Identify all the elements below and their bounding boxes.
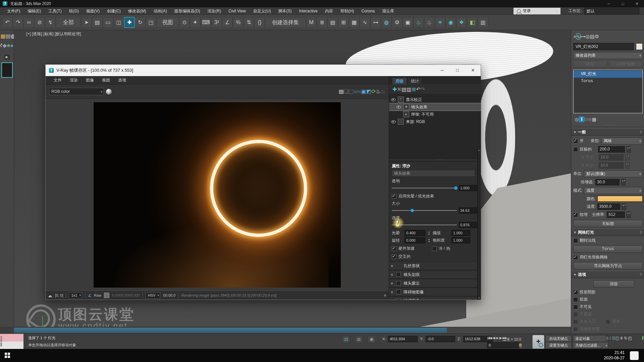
vfb-menu-item[interactable]: 文件 <box>50 78 66 82</box>
select-and-link-icon[interactable]: ∞ <box>23 17 34 28</box>
zoom-icon[interactable]: ○ <box>606 336 609 341</box>
menu-item[interactable]: 工具(T) <box>45 9 65 13</box>
vfb-menu-item[interactable]: 渲染 <box>66 78 82 82</box>
vfb-menu-item[interactable]: 视图 <box>98 78 114 82</box>
extra-tool-icon[interactable]: ▥ <box>478 17 488 28</box>
spinner-icon[interactable]: ▲▼ <box>427 238 431 243</box>
reference-coordinate-dropdown[interactable]: 视图 <box>156 17 179 28</box>
refresh-icon[interactable]: ⟳ <box>371 88 376 94</box>
type-dropdown[interactable]: 网格 <box>601 137 643 144</box>
align-icon[interactable]: ≣ <box>317 17 327 28</box>
interactive-checkbox[interactable] <box>392 254 396 259</box>
track-mouse-while-rendering-icon[interactable]: ◩ <box>366 88 371 94</box>
extrude-button[interactable]: 挤出 <box>573 61 607 68</box>
layer-lens-effects[interactable]: ✛ 镜头效果 <box>389 103 481 111</box>
rendered-frame-window-icon[interactable]: ▣ <box>402 17 413 28</box>
lay er-list-icon[interactable]: ≣ <box>412 86 416 92</box>
y-field[interactable]: -0.0 <box>426 336 455 342</box>
temperature-field[interactable]: 3500.0 <box>597 203 620 210</box>
notification-bars-icon[interactable]: ❚❚ <box>641 336 644 340</box>
zoom-preset-button[interactable]: 50% <box>354 90 361 94</box>
orbit-icon[interactable]: ↻ <box>624 336 628 341</box>
hardware-accel-checkbox[interactable] <box>392 246 396 251</box>
rendered-image[interactable] <box>94 102 341 288</box>
tab-layers[interactable]: 层级 <box>392 77 407 84</box>
named-selection-sets-dropdown[interactable]: 创建选择集 <box>265 17 306 28</box>
vfb-titlebar[interactable]: 3 V-Ray 帧缓存区 - [100.0% of 737 x 553] ─ □… <box>46 65 481 76</box>
menu-item[interactable]: 修改器(M) <box>124 9 150 13</box>
channel-dropdown[interactable]: RGB color <box>49 88 104 95</box>
menu-item[interactable]: 帮助(H) <box>337 9 358 13</box>
blue-sphere-icon[interactable]: ● <box>10 43 14 48</box>
workspace-dropdown[interactable]: 默认 <box>584 8 639 14</box>
toggle-layer-explorer-icon[interactable]: ⊞ <box>338 17 349 28</box>
targeted-checkbox[interactable] <box>573 147 578 152</box>
section-lens-dust[interactable]: » 镜头蒙尘 <box>389 279 481 288</box>
drawer-icon[interactable]: ▤ <box>6 33 11 39</box>
tab-utilities[interactable]: ⚙ <box>595 34 599 39</box>
delete-layer-icon[interactable]: ✖ <box>397 86 401 92</box>
select-by-name-icon[interactable]: ▤ <box>92 17 103 28</box>
section-checkbox[interactable] <box>396 272 401 277</box>
render-icon[interactable]: ♨ <box>381 88 385 94</box>
menu-item[interactable]: 渲染(R) <box>204 9 225 13</box>
menu-item[interactable]: Civil View <box>225 9 250 13</box>
vfb-maximize-button[interactable]: □ <box>450 65 465 76</box>
tab-motion[interactable]: ◎ <box>585 34 590 39</box>
vray-toolbar-icon[interactable]: ❖ <box>456 17 467 28</box>
system-clock[interactable]: 21:41 2020-08-27 <box>604 350 625 361</box>
stack-item-vray-light[interactable]: VR_灯光 <box>574 71 642 78</box>
track-bar[interactable] <box>14 327 571 334</box>
menu-item[interactable]: Corona <box>358 9 378 13</box>
maximize-viewport-toggle-icon[interactable]: ◰ <box>628 336 632 341</box>
show-end-result-icon[interactable]: ‖ <box>579 116 585 122</box>
edit-named-selection-sets-icon[interactable]: {} <box>254 17 265 28</box>
spinner-icon[interactable]: ▲▼ <box>625 162 630 169</box>
simple-checkbox[interactable] <box>606 319 610 324</box>
pin-stack-icon[interactable]: ◎ <box>575 117 579 122</box>
intensity-value[interactable]: 0.876 <box>459 222 478 228</box>
light-on-checkbox[interactable] <box>573 139 578 143</box>
double-sided-checkbox[interactable] <box>573 297 578 302</box>
current-frame-field[interactable]: 0 <box>487 342 519 348</box>
object-name-field[interactable]: VR_灯光002 <box>573 43 634 50</box>
tab-hierarchy[interactable]: ⊶ <box>580 34 585 39</box>
layers-redo-icon[interactable]: ↷ <box>421 86 425 92</box>
tree-icon[interactable]: ♣ <box>7 43 10 48</box>
pick-mesh-button[interactable]: Torus <box>573 245 643 253</box>
redo-icon[interactable]: ↷ <box>13 17 23 28</box>
tab-create[interactable]: + <box>573 34 576 39</box>
vfb-minimize-button[interactable]: ─ <box>434 65 450 76</box>
rollout-mesh-light[interactable]: 网格灯光 <box>571 229 644 236</box>
vfb-close-button[interactable]: ✕ <box>465 65 481 76</box>
resolution-field[interactable]: 512 <box>607 212 625 218</box>
save-image-icon[interactable]: ▤ <box>339 88 344 94</box>
selection-region-icon[interactable]: ▭ <box>103 17 113 28</box>
render-setup-icon[interactable]: ⚙ <box>392 17 402 28</box>
section-checkbox[interactable] <box>396 290 401 294</box>
login-button[interactable]: 登录 <box>514 8 560 14</box>
enable-bloom-glare-checkbox[interactable] <box>392 194 396 199</box>
size-slider[interactable] <box>392 210 457 211</box>
duplicate-to-host-frame-buffer-icon[interactable]: ⬚ <box>349 88 354 94</box>
no-decay-checkbox[interactable] <box>573 312 578 317</box>
load-layer-tree-icon[interactable]: ▥ <box>407 86 412 92</box>
opacity-slider[interactable] <box>392 188 457 188</box>
vray-light-icon[interactable]: ☀ <box>435 17 445 28</box>
invisible-checkbox[interactable] <box>573 305 578 309</box>
stack-item-torus[interactable]: Torus <box>574 78 642 85</box>
size-value[interactable]: 34.53 <box>459 207 478 214</box>
layer-denoiser[interactable]: ◐ 降噪: 不可用 <box>389 111 481 118</box>
remove-modifier-icon[interactable]: ⊗ <box>588 117 592 122</box>
curve-editor-icon[interactable]: ∿ <box>360 17 370 28</box>
clear-image-icon[interactable]: ❏ <box>344 88 348 94</box>
panel-splitter[interactable] <box>389 159 481 162</box>
use-pivot-center-icon[interactable]: ⊙ <box>179 17 190 28</box>
store-irradiance-checkbox[interactable] <box>573 327 578 331</box>
select-and-move-icon[interactable]: ✚ <box>124 17 135 28</box>
saturation-field[interactable]: 1.000 <box>451 237 470 243</box>
make-unique-icon[interactable]: ⧉ <box>585 117 588 122</box>
menu-item[interactable]: 溜云库 <box>378 9 398 13</box>
render-production-icon[interactable]: ♨ <box>413 17 424 28</box>
color-picker-icon[interactable] <box>48 293 52 297</box>
